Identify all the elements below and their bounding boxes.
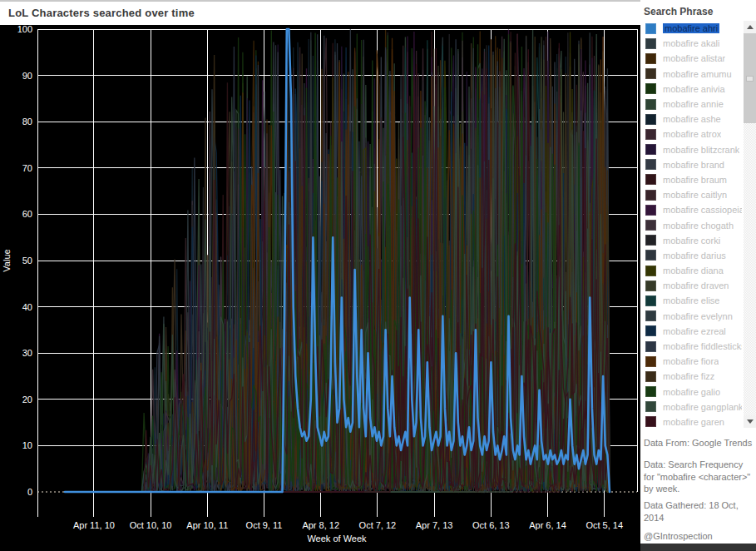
legend-item[interactable]: mobafire fiddlesticks [640, 339, 742, 354]
y-tick-label: 50 [22, 256, 32, 266]
legend-label: mobafire ashe [663, 114, 721, 124]
legend-item[interactable]: mobafire amumu [640, 67, 742, 82]
legend-swatch [645, 295, 656, 306]
x-tick-label: Oct 5, 14 [586, 520, 623, 530]
legend-item[interactable]: mobafire evelynn [640, 309, 742, 324]
x-tick-label: Oct 10, 10 [130, 520, 172, 530]
x-tick-label: Apr 11, 10 [73, 520, 115, 530]
y-tick-label: 80 [22, 117, 32, 127]
legend-item[interactable]: mobafire alistar [640, 51, 742, 66]
legend-swatch [645, 38, 656, 49]
scroll-up-button[interactable] [744, 21, 756, 33]
legend-label: mobafire atrox [663, 129, 721, 139]
legend-swatch [645, 341, 656, 352]
x-tick-label: Apr 6, 14 [529, 520, 566, 530]
data-description-line: by week. [644, 483, 754, 495]
x-axis-title: Week of Week [307, 534, 367, 544]
legend-swatch [645, 159, 656, 170]
legend-label: mobafire cassiopeia [663, 205, 742, 215]
legend-scrollbar[interactable] [744, 21, 756, 428]
thumb-grip-icon [746, 76, 754, 82]
y-tick-label: 0 [27, 487, 32, 497]
legend-label: mobafire galio [663, 387, 720, 397]
y-tick-label: 40 [22, 302, 32, 312]
legend-item[interactable]: mobafire braum [640, 172, 742, 187]
chart-region[interactable]: Apr 11, 10Oct 10, 10Apr 10, 11Oct 9, 11A… [0, 25, 640, 551]
legend-item[interactable]: mobafire akali [640, 36, 742, 51]
legend-item[interactable]: mobafire diana [640, 263, 742, 278]
scrollbar-track[interactable] [744, 33, 756, 415]
legend-item[interactable]: mobafire ahri [640, 21, 742, 36]
y-tick-label: 100 [17, 25, 32, 34]
legend-label: mobafire braum [663, 175, 727, 185]
legend-swatch [645, 401, 656, 412]
legend-item[interactable]: mobafire chogath [640, 217, 742, 232]
legend-label: mobafire caitlyn [663, 190, 727, 200]
legend-panel: Search Phrase mobafire ahrimobafire akal… [640, 0, 756, 551]
legend-label: mobafire fizz [663, 371, 714, 381]
legend-swatch [645, 205, 656, 216]
legend-item[interactable]: mobafire ezreal [640, 324, 742, 339]
legend-swatch [645, 310, 656, 321]
legend-label: mobafire corki [663, 236, 720, 246]
y-tick-label: 10 [22, 440, 32, 450]
legend-swatch [645, 325, 656, 336]
data-source-note: Data From: Google Trends [644, 437, 754, 449]
legend-label: mobafire draven [663, 280, 729, 290]
legend-swatch [645, 99, 656, 110]
data-description-line: for "mobafire <character>" [644, 471, 754, 484]
y-axis-title: Value [2, 249, 12, 271]
legend-label: mobafire darius [663, 251, 726, 261]
legend-label: mobafire chogath [663, 221, 734, 231]
legend-swatch [645, 220, 656, 231]
scroll-down-button[interactable] [744, 415, 756, 428]
legend-label: mobafire evelynn [663, 311, 733, 321]
data-description-line: Data: Search Frequency [644, 459, 754, 471]
legend-list: mobafire ahrimobafire akalimobafire alis… [640, 21, 742, 429]
legend-item[interactable]: mobafire elise [640, 293, 742, 308]
y-tick-label: 30 [22, 348, 32, 358]
legend-item[interactable]: mobafire darius [640, 248, 742, 263]
legend-item[interactable]: mobafire gangplank [640, 400, 742, 414]
y-tick-label: 90 [22, 71, 32, 81]
legend-swatch [645, 266, 656, 276]
legend-item[interactable]: mobafire corki [640, 233, 742, 248]
legend-label: mobafire brand [663, 160, 724, 170]
legend-item[interactable]: mobafire draven [640, 278, 742, 293]
legend-swatch [645, 174, 656, 185]
legend-swatch [645, 53, 656, 64]
bottom-strip [640, 544, 756, 551]
legend-item[interactable]: mobafire garen [640, 414, 742, 429]
legend-item[interactable]: mobafire brand [640, 157, 742, 172]
legend-item[interactable]: mobafire ashe [640, 112, 742, 127]
scrollbar-thumb[interactable] [744, 33, 756, 123]
x-tick-label: Apr 8, 12 [302, 520, 339, 530]
legend-item[interactable]: mobafire cassiopeia [640, 202, 742, 217]
legend-item[interactable]: mobafire galio [640, 385, 742, 400]
legend-label: mobafire fiddlesticks [663, 341, 742, 351]
legend-label: mobafire alistar [663, 53, 725, 63]
legend-label: mobafire fiora [663, 356, 719, 366]
legend-item[interactable]: mobafire caitlyn [640, 187, 742, 202]
legend-item[interactable]: mobafire blitzcrank [640, 142, 742, 157]
legend-label: mobafire ezreal [663, 326, 726, 336]
x-tick-label: Apr 7, 13 [416, 520, 453, 530]
legend-label: mobafire annie [663, 99, 724, 109]
legend-swatch [645, 250, 656, 261]
legend-swatch [645, 144, 656, 155]
x-tick-label: Apr 10, 11 [186, 520, 228, 530]
legend-swatch [645, 235, 656, 246]
author-handle: @GIntrospection [644, 530, 754, 543]
data-description-note: Data: Search Frequency for "mobafire <ch… [644, 459, 754, 495]
legend-item[interactable]: mobafire atrox [640, 127, 742, 141]
line-chart[interactable]: Apr 11, 10Oct 10, 10Apr 10, 11Oct 9, 11A… [0, 25, 640, 551]
legend-item[interactable]: mobafire fizz [640, 369, 742, 384]
legend-swatch [645, 371, 656, 382]
legend-swatch [645, 23, 656, 34]
legend-label: mobafire blitzcrank [663, 145, 739, 155]
legend-item[interactable]: mobafire anivia [640, 82, 742, 97]
legend-item[interactable]: mobafire fiora [640, 354, 742, 369]
page-title: LoL Characters searched over time [8, 7, 195, 19]
chevron-up-icon [747, 25, 754, 29]
legend-item[interactable]: mobafire annie [640, 97, 742, 112]
